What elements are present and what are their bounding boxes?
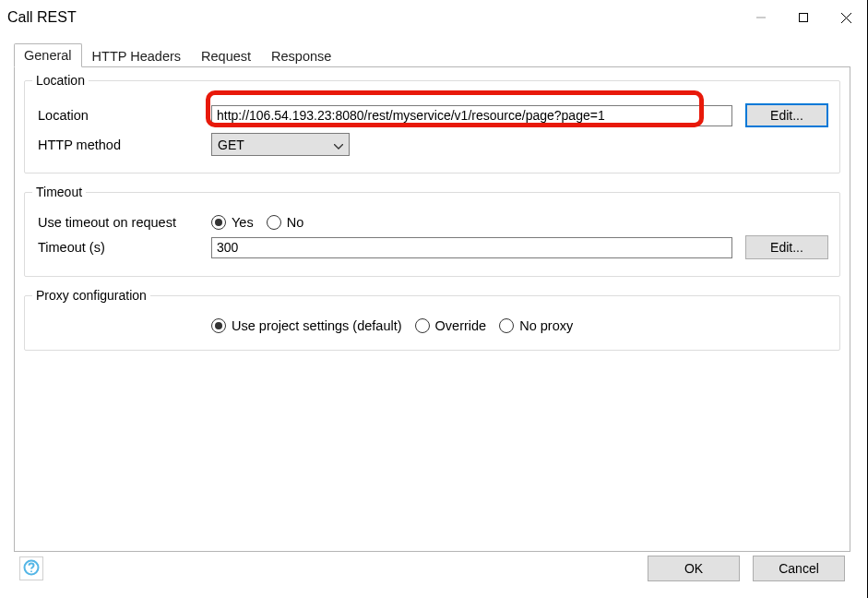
row-timeout-value: Timeout (s) Edit... <box>36 235 828 259</box>
group-location-title: Location <box>32 73 89 88</box>
use-timeout-label: Use timeout on request <box>36 215 211 230</box>
group-proxy-title: Proxy configuration <box>32 288 150 303</box>
tab-page-general: Location Location Edit... HTTP method GE… <box>14 67 850 552</box>
minimize-button[interactable] <box>740 3 782 32</box>
help-icon <box>23 559 40 579</box>
footer: OK Cancel <box>8 552 856 591</box>
radio-proxy-default[interactable]: Use project settings (default) <box>211 318 402 333</box>
tab-http-headers[interactable]: HTTP Headers <box>82 44 191 67</box>
group-proxy: Proxy configuration Use project settings… <box>24 295 840 351</box>
radio-timeout-no-label: No <box>287 215 304 230</box>
location-input[interactable] <box>211 105 732 126</box>
window-title: Call REST <box>7 9 77 26</box>
maximize-button[interactable] <box>782 3 825 32</box>
tabstrip: General HTTP Headers Request Response <box>14 43 850 67</box>
row-use-timeout: Use timeout on request Yes No <box>36 215 828 230</box>
svg-rect-1 <box>800 14 808 22</box>
radio-proxy-none[interactable]: No proxy <box>499 318 573 333</box>
radio-proxy-none-label: No proxy <box>519 318 573 333</box>
radio-timeout-no[interactable]: No <box>267 215 304 230</box>
cancel-button[interactable]: Cancel <box>753 556 845 581</box>
radio-proxy-override[interactable]: Override <box>415 318 487 333</box>
row-location: Location Edit... <box>36 103 828 127</box>
titlebar: Call REST <box>0 0 867 35</box>
row-proxy-options: Use project settings (default) Override … <box>36 318 828 333</box>
group-timeout-title: Timeout <box>32 185 86 199</box>
location-label: Location <box>36 108 211 123</box>
svg-point-5 <box>30 570 32 572</box>
row-http-method: HTTP method GET <box>36 133 828 156</box>
close-button[interactable] <box>825 3 867 32</box>
tab-response[interactable]: Response <box>261 44 341 67</box>
http-method-label: HTTP method <box>36 138 211 152</box>
tab-general[interactable]: General <box>14 43 82 67</box>
ok-button[interactable]: OK <box>648 556 740 581</box>
radio-timeout-yes[interactable]: Yes <box>211 215 254 230</box>
radio-timeout-yes-label: Yes <box>232 215 254 230</box>
http-method-select[interactable]: GET <box>211 133 350 156</box>
help-button[interactable] <box>19 556 43 580</box>
group-timeout: Timeout Use timeout on request Yes No <box>24 192 840 277</box>
timeout-label: Timeout (s) <box>36 240 211 255</box>
timeout-edit-button[interactable]: Edit... <box>745 235 828 259</box>
chevron-down-icon <box>334 138 343 152</box>
tab-request[interactable]: Request <box>191 44 261 67</box>
group-location: Location Location Edit... HTTP method GE… <box>24 80 840 173</box>
location-edit-button[interactable]: Edit... <box>745 103 828 127</box>
window: Call REST General HTTP Headers Request R… <box>0 0 868 598</box>
http-method-value: GET <box>218 138 244 152</box>
client-area: General HTTP Headers Request Response Lo… <box>0 35 867 598</box>
timeout-input[interactable] <box>211 237 732 258</box>
radio-proxy-override-label: Override <box>435 318 487 333</box>
radio-proxy-default-label: Use project settings (default) <box>232 318 402 333</box>
